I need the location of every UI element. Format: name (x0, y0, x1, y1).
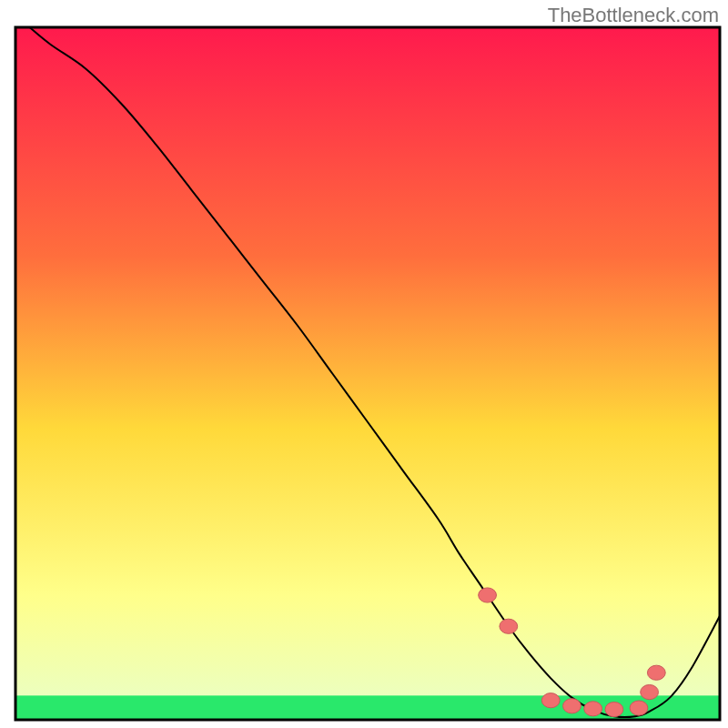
data-dot (647, 665, 665, 680)
chart-svg (0, 0, 728, 728)
plot-background (15, 27, 720, 720)
chart-wrap: TheBottleneck.com (0, 0, 728, 728)
data-dot (641, 684, 659, 699)
data-dot (500, 619, 518, 633)
data-dot (605, 702, 623, 716)
data-dot (584, 702, 602, 716)
data-dot (630, 701, 648, 715)
watermark-text: TheBottleneck.com (548, 4, 719, 27)
data-dot (563, 699, 581, 713)
data-dot (479, 588, 497, 602)
data-dot (541, 693, 560, 708)
